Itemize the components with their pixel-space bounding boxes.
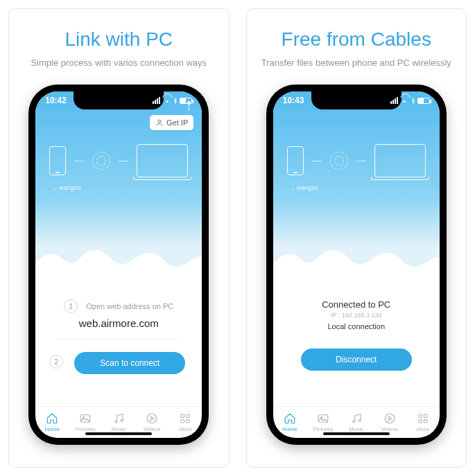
pictures-icon xyxy=(79,412,92,425)
connected-ip: IP : 192.168.3.134 xyxy=(322,312,390,319)
connection-circle-icon xyxy=(92,152,110,170)
wifi-icon xyxy=(400,97,409,104)
svg-rect-9 xyxy=(187,420,190,423)
music-icon xyxy=(112,412,125,425)
step-2-number: 2 xyxy=(49,355,63,369)
sky-area: 10:43 ᚼ ⌵ wang xyxy=(273,91,440,285)
svg-rect-15 xyxy=(419,414,422,418)
svg-point-14 xyxy=(385,414,395,423)
tab-home[interactable]: Home xyxy=(35,407,69,438)
get-ip-button[interactable]: Get IP xyxy=(150,115,193,130)
local-connection-label: Local connection xyxy=(322,322,390,330)
status-right: ᚼ xyxy=(390,97,430,105)
bluetooth-icon: ᚼ xyxy=(411,97,415,105)
svg-rect-16 xyxy=(424,414,427,418)
connection-status: Connected to PC IP : 192.168.3.134 Local… xyxy=(322,299,390,330)
svg-rect-17 xyxy=(419,420,422,423)
disconnect-button[interactable]: Disconnect xyxy=(301,349,412,371)
status-bar: 10:43 ᚼ xyxy=(273,91,440,105)
devices-graphic xyxy=(273,144,440,177)
music-icon xyxy=(350,412,363,425)
videos-icon xyxy=(146,412,158,425)
device-phone-icon xyxy=(49,146,66,175)
card-title: Link with PC xyxy=(64,28,173,51)
pictures-icon xyxy=(317,412,329,425)
svg-point-12 xyxy=(353,421,355,423)
home-icon xyxy=(46,412,58,425)
videos-icon xyxy=(383,412,396,425)
battery-icon xyxy=(417,98,430,104)
status-right: ᚼ xyxy=(153,97,192,105)
more-icon xyxy=(417,412,429,425)
wifi-icon xyxy=(162,97,171,104)
signal-icon xyxy=(153,97,160,104)
svg-rect-18 xyxy=(424,420,427,423)
home-indicator xyxy=(85,432,152,435)
device-phone-icon xyxy=(287,146,304,175)
wifi-name: ⌵ wangxu xyxy=(291,184,318,191)
svg-rect-8 xyxy=(181,420,184,423)
clouds-graphic xyxy=(273,236,440,286)
wifi-small-icon: ⌵ xyxy=(53,184,57,191)
scan-button[interactable]: Scan to connect xyxy=(74,352,185,374)
bluetooth-icon: ᚼ xyxy=(173,97,178,105)
home-indicator xyxy=(323,432,390,435)
svg-point-0 xyxy=(158,120,161,123)
svg-point-4 xyxy=(121,420,123,422)
status-time: 10:42 xyxy=(45,96,67,105)
wifi-name: ⌵ wangxu xyxy=(53,184,80,191)
phone-screen: 10:42 ᚼ Get IP xyxy=(35,91,202,438)
step-1-text: Open web address on PC xyxy=(86,302,173,310)
device-laptop-icon xyxy=(137,144,188,177)
card-subtitle: Transfer files between phone and PC wire… xyxy=(261,58,451,68)
connected-heading: Connected to PC xyxy=(322,299,390,310)
divider xyxy=(56,339,181,340)
step-1: 1 Open web address on PC xyxy=(49,299,188,313)
svg-point-5 xyxy=(148,414,157,423)
svg-point-13 xyxy=(359,420,361,422)
home-icon xyxy=(284,412,296,425)
step-2: 2 Scan to connect xyxy=(49,349,188,374)
svg-rect-7 xyxy=(187,414,190,418)
card-title: Free from Cables xyxy=(282,28,431,51)
sky-area: 10:42 ᚼ Get IP xyxy=(35,91,202,285)
phone-mockup: 10:42 ᚼ Get IP xyxy=(28,85,209,445)
step-1-number: 1 xyxy=(64,299,78,313)
svg-rect-6 xyxy=(181,414,184,418)
tab-more[interactable]: More xyxy=(169,407,202,438)
lower-panel: 1 Open web address on PC web.airmore.com… xyxy=(35,285,202,406)
promo-card-right: Free from Cables Transfer files between … xyxy=(246,8,467,468)
promo-card-left: Link with PC Simple process with varios … xyxy=(8,8,230,468)
devices-graphic xyxy=(35,144,202,177)
status-bar: 10:42 ᚼ xyxy=(35,91,202,105)
more-icon xyxy=(179,412,191,425)
battery-icon xyxy=(180,98,192,104)
phone-mockup: 10:43 ᚼ ⌵ wang xyxy=(266,85,447,445)
lower-panel: Connected to PC IP : 192.168.3.134 Local… xyxy=(273,285,440,406)
card-subtitle: Simple process with varios connection wa… xyxy=(31,58,207,68)
person-icon xyxy=(155,118,164,127)
tab-more[interactable]: More xyxy=(406,407,440,438)
tab-home[interactable]: Home xyxy=(273,407,306,438)
device-laptop-icon xyxy=(374,144,426,177)
wifi-small-icon: ⌵ xyxy=(291,184,295,191)
signal-icon xyxy=(390,97,398,104)
status-time: 10:43 xyxy=(283,96,304,105)
phone-screen: 10:43 ᚼ ⌵ wang xyxy=(273,91,440,438)
connection-circle-icon xyxy=(330,152,348,170)
web-address: web.airmore.com xyxy=(79,317,159,329)
clouds-graphic xyxy=(35,236,202,286)
get-ip-label: Get IP xyxy=(166,118,188,127)
svg-point-3 xyxy=(115,421,117,423)
